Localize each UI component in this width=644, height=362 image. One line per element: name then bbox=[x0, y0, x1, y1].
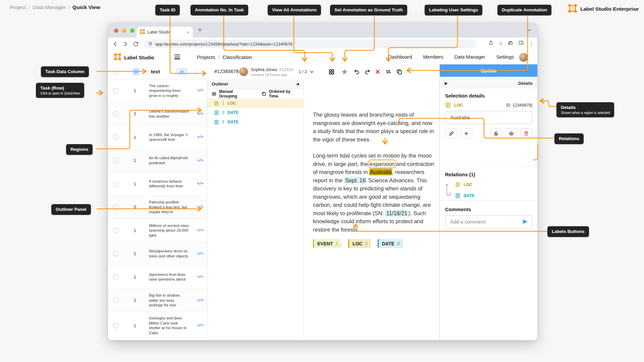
hide-region-eye-icon[interactable] bbox=[505, 128, 517, 138]
view-all-annotations-icon[interactable] bbox=[326, 67, 336, 77]
row-checkbox[interactable] bbox=[113, 228, 118, 233]
task-row-6[interactable]: 0Pahrump poolfish flunked a fear test, b… bbox=[108, 196, 207, 219]
hamburger-menu-icon[interactable] bbox=[174, 55, 180, 60]
region-span-expansion[interactable]: expansion bbox=[370, 161, 395, 167]
task-row-4[interactable]: 1An AI called AlphaFold predicted</> bbox=[108, 149, 207, 173]
reject-annotation-icon[interactable]: × bbox=[373, 67, 383, 77]
label-button-event[interactable]: EVENT1 bbox=[313, 239, 341, 248]
row-checkbox[interactable] bbox=[113, 135, 118, 140]
nav-members[interactable]: Members bbox=[423, 54, 443, 60]
window-minimize-button[interactable] bbox=[122, 28, 126, 33]
row-checkbox[interactable] bbox=[113, 204, 118, 209]
breadcrumb-project[interactable]: Project bbox=[10, 4, 26, 10]
row-source-icon[interactable]: </> bbox=[197, 275, 203, 279]
row-checkbox[interactable] bbox=[113, 275, 118, 280]
user-avatar[interactable] bbox=[519, 53, 528, 62]
relation-item-loc[interactable]: LOC bbox=[455, 182, 472, 187]
row-source-icon[interactable]: </> bbox=[197, 252, 203, 256]
callout-duplicate-annotation: Duplicate Annotation bbox=[497, 5, 551, 15]
row-checkbox[interactable] bbox=[113, 181, 118, 186]
labeling-settings-icon[interactable] bbox=[383, 67, 393, 77]
update-button[interactable]: Update bbox=[440, 64, 537, 77]
back-button[interactable] bbox=[112, 41, 118, 47]
label-studio-logo-icon bbox=[568, 4, 577, 14]
task-row-8[interactable]: 1Woodpeckers drum on trees and other obj… bbox=[108, 242, 207, 266]
label-button-loc[interactable]: LOC2 bbox=[348, 239, 371, 248]
reload-button[interactable] bbox=[133, 41, 139, 47]
row-checkbox[interactable] bbox=[113, 158, 118, 163]
task-row-2[interactable]: 2Olivine's transformation into another</… bbox=[108, 103, 207, 126]
outliner-region-2-date[interactable]: 2 DATE bbox=[207, 108, 303, 117]
row-source-icon[interactable]: </> bbox=[197, 88, 203, 93]
row-source-icon[interactable]: </> bbox=[197, 298, 203, 302]
bookmark-star-icon[interactable]: ☆ bbox=[498, 40, 503, 47]
new-tab-button[interactable]: + bbox=[198, 26, 202, 34]
address-bar[interactable]: app.heartex.com/projects/123456/data/tas… bbox=[144, 40, 476, 48]
breadcrumb-data-manager[interactable]: Data Manager bbox=[33, 4, 66, 10]
link-icon[interactable] bbox=[445, 128, 457, 138]
region-span-loc-australia[interactable]: Australia bbox=[369, 169, 392, 175]
tab-overflow-chevron-icon[interactable] bbox=[527, 27, 532, 34]
send-comment-icon[interactable] bbox=[522, 219, 528, 225]
row-text: Specimens from Asia raise questions abou… bbox=[149, 272, 189, 282]
row-checkbox[interactable] bbox=[113, 88, 118, 93]
relation-item-date[interactable]: DATE bbox=[455, 193, 475, 198]
ground-truth-star-icon[interactable]: ★ bbox=[339, 67, 350, 77]
column-header-text[interactable]: text bbox=[151, 69, 160, 74]
task-table: 1The carbon-sequestering trees grow in a… bbox=[108, 79, 207, 340]
forward-button[interactable] bbox=[122, 41, 129, 47]
select-all-checkbox[interactable] bbox=[113, 69, 118, 74]
row-source-icon[interactable]: </> bbox=[197, 323, 203, 327]
expand-panel-icon[interactable]: ▶ bbox=[445, 81, 447, 85]
row-source-icon[interactable]: </> bbox=[197, 205, 203, 209]
outliner-region-1-loc[interactable]: 1 LOC bbox=[207, 99, 303, 108]
project-name[interactable]: Classification bbox=[222, 54, 252, 60]
column-common-icon[interactable] bbox=[132, 68, 140, 75]
ordering-mode[interactable]: Ordered by Time bbox=[269, 89, 299, 99]
browser-menu-icon[interactable]: ⋮ bbox=[529, 40, 534, 47]
nav-data-manager[interactable]: Data Manager bbox=[454, 54, 485, 60]
label-button-date[interactable]: DATE3 bbox=[378, 239, 403, 248]
task-row-1[interactable]: 1The carbon-sequestering trees grow in a… bbox=[108, 79, 207, 103]
redo-icon[interactable] bbox=[362, 67, 372, 77]
annotation-selector-chevron-icon[interactable] bbox=[309, 69, 314, 76]
row-checkbox[interactable] bbox=[113, 251, 118, 256]
delete-region-trash-icon[interactable] bbox=[520, 128, 532, 138]
task-row-3[interactable]: 1In 1989, the Voyager 2 spacecraft took<… bbox=[108, 126, 207, 149]
collapse-panel-icon[interactable]: ◀ bbox=[296, 82, 299, 86]
outliner-region-3-date[interactable]: 3 DATE bbox=[207, 117, 303, 127]
row-source-icon[interactable]: </> bbox=[197, 228, 203, 232]
share-icon[interactable] bbox=[488, 40, 494, 47]
side-panel-icon[interactable] bbox=[518, 40, 524, 47]
lock-region-icon[interactable] bbox=[490, 128, 502, 138]
window-zoom-button[interactable] bbox=[130, 28, 135, 33]
row-checkbox[interactable] bbox=[113, 323, 118, 328]
row-source-icon[interactable]: </> bbox=[197, 135, 203, 139]
row-source-icon[interactable]: </> bbox=[197, 112, 203, 116]
app-brand[interactable]: Label Studio bbox=[114, 53, 154, 62]
row-checkbox[interactable] bbox=[113, 111, 118, 116]
region-span-date-sept-16[interactable]: Sept. 16 bbox=[344, 177, 367, 184]
row-source-icon[interactable]: </> bbox=[197, 159, 203, 163]
nav-dashboard[interactable]: Dashboard bbox=[388, 54, 412, 60]
projects-link[interactable]: Projects bbox=[197, 54, 215, 60]
nav-settings[interactable]: Settings bbox=[496, 54, 514, 60]
region-doc-icon bbox=[214, 101, 219, 106]
task-row-7[interactable]: 1Millions of ancient stars spanning abou… bbox=[108, 219, 207, 242]
browser-tab[interactable]: Label Studio × bbox=[137, 27, 193, 38]
extensions-puzzle-icon[interactable] bbox=[508, 40, 514, 47]
row-source-icon[interactable]: </> bbox=[197, 182, 203, 186]
row-checkbox[interactable] bbox=[113, 298, 118, 303]
task-row-11[interactable]: 1Geologist and diver Milton Carlo took s… bbox=[108, 312, 207, 339]
duplicate-annotation-icon[interactable] bbox=[394, 67, 404, 77]
region-span-date-11-18-21[interactable]: 11/18/21 bbox=[385, 210, 408, 217]
comment-input[interactable] bbox=[449, 219, 522, 225]
add-relation-plus-icon[interactable] bbox=[460, 128, 472, 138]
tab-close-icon[interactable]: × bbox=[186, 29, 190, 35]
task-row-9[interactable]: 1Specimens from Asia raise questions abo… bbox=[108, 265, 207, 289]
undo-icon[interactable] bbox=[352, 67, 362, 77]
task-row-5[interactable]: 1If neutrinos behave differently from th… bbox=[108, 172, 207, 196]
window-close-button[interactable] bbox=[114, 28, 118, 33]
task-row-10[interactable]: 1Big fish in shallow water are easy pick… bbox=[108, 289, 207, 312]
grouping-mode[interactable]: Manual Grouping bbox=[219, 89, 250, 99]
